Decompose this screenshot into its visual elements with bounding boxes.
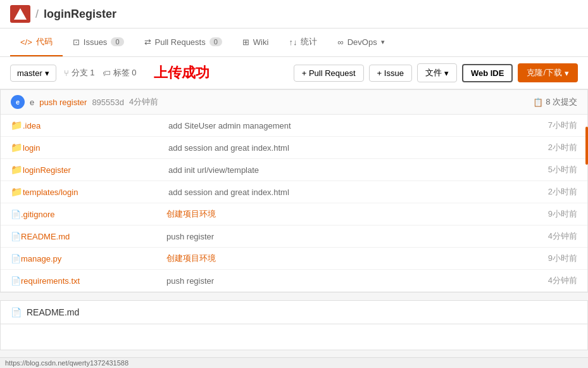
tab-pull-requests[interactable]: ⇄ Pull Requests 0 [134,29,232,56]
commit-author: e [30,98,34,107]
pull-request-button[interactable]: + Pull Request [294,65,364,82]
readme-section: 📄 README.md [0,300,588,350]
chevron-down-icon: ▾ [565,68,569,78]
file-time: 7小时前 [527,120,577,131]
tab-code[interactable]: </> 代码 [10,29,63,56]
branch-count: ⑂ 分支 1 [64,67,95,79]
file-commit-msg: push register [147,276,527,286]
folder-icon: 📁 [11,186,23,198]
file-commit-msg: 创建项目环境 [147,208,527,220]
repo-nav: </> 代码 ⊡ Issues 0 ⇄ Pull Requests 0 ⊞ Wi… [0,29,588,57]
file-name-link[interactable]: requirements.txt [21,276,147,286]
folder-icon: 📁 [11,164,23,175]
file-time: 4分钟前 [527,231,577,242]
file-name-link[interactable]: README.md [21,232,147,241]
pr-icon: ⇄ [144,37,151,47]
file-commit-msg: add init url/view/template [149,165,527,175]
file-commit-msg: add session and great index.html [149,187,527,197]
tab-issues[interactable]: ⊡ Issues 0 [63,29,134,56]
repo-name[interactable]: loginRegister [44,8,116,21]
avatar: e [11,95,25,109]
file-time: 9小时前 [527,208,577,220]
chevron-down-icon: ▾ [45,68,49,78]
file-name-link[interactable]: login [23,143,149,153]
table-row: 📁 login add session and great index.html… [1,137,587,159]
chevron-down-icon: ▾ [444,68,449,78]
commit-time: 4分钟前 [129,96,158,108]
toolbar: master ▾ ⑂ 分支 1 🏷 标签 0 上传成功 + Pull Reque… [0,57,588,89]
commit-icon: 📋 [533,98,543,107]
file-name-link[interactable]: .idea [23,121,149,130]
file-button[interactable]: 文件 ▾ [417,63,457,82]
header-separator: / [35,8,39,21]
file-icon: 📄 [11,254,21,263]
commit-hash[interactable]: 895553d [92,98,124,107]
file-icon: 📄 [11,210,21,219]
file-name-link[interactable]: templates/login [23,187,149,197]
folder-icon: 📁 [11,142,23,153]
file-name-link[interactable]: .gitignore [21,210,147,219]
commit-info-row: e e push register 895553d 4分钟前 📋 8 次提交 [1,90,587,115]
file-icon: 📄 [11,276,21,286]
stats-icon: ↑↓ [289,37,297,47]
file-commit-msg: push register [147,232,527,241]
file-commit-msg: add SiteUser admin management [149,121,527,130]
readme-file-icon: 📄 [11,307,22,317]
commit-message[interactable]: push register [39,98,87,107]
tab-wiki[interactable]: ⊞ Wiki [232,29,279,56]
tab-stats[interactable]: ↑↓ 统计 [278,29,327,56]
file-name-link[interactable]: loginRegister [23,165,149,175]
web-ide-button[interactable]: Web IDE [462,64,513,82]
commit-count[interactable]: 📋 8 次提交 [533,96,577,108]
table-row: 📄 requirements.txt push register 4分钟前 [1,270,587,292]
issue-button[interactable]: + Issue [369,65,412,82]
table-row: 📄 manage.py 创建项目环境 9小时前 [1,248,587,270]
readme-header: 📄 README.md [1,301,587,324]
clone-download-button[interactable]: 克隆/下载 ▾ [518,63,578,82]
code-icon: </> [20,37,32,47]
upload-success-message: 上传成功 [154,63,210,82]
branch-icon: ⑂ [64,68,69,78]
file-name-link[interactable]: manage.py [21,254,147,263]
table-row: 📁 .idea add SiteUser admin management 7小… [1,115,587,137]
branch-info: ⑂ 分支 1 🏷 标签 0 [64,67,137,79]
file-icon: 📄 [11,232,21,241]
table-row: 📁 loginRegister add init url/view/templa… [1,159,587,181]
devops-icon: ∞ [337,37,343,47]
file-commit-msg: 创建项目环境 [147,253,527,264]
file-time: 4分钟前 [527,275,577,286]
readme-content [1,324,587,350]
file-list-container: e e push register 895553d 4分钟前 📋 8 次提交 📁… [0,89,588,293]
file-time: 2小时前 [527,142,577,153]
chevron-down-icon: ▾ [381,38,385,46]
file-commit-msg: add session and great index.html [149,143,527,153]
site-logo [10,5,30,23]
wiki-icon: ⊞ [242,37,249,47]
folder-icon: 📁 [11,120,23,131]
tag-count: 🏷 标签 0 [103,67,137,79]
file-time: 2小时前 [527,186,577,198]
branch-selector[interactable]: master ▾ [10,65,56,82]
file-time: 9小时前 [527,253,577,264]
table-row: 📁 templates/login add session and great … [1,181,587,203]
table-row: 📄 .gitignore 创建项目环境 9小时前 [1,203,587,225]
tag-icon: 🏷 [103,68,111,78]
scroll-indicator [585,127,588,165]
table-row: 📄 README.md push register 4分钟前 [1,225,587,248]
issues-icon: ⊡ [73,37,80,47]
file-time: 5小时前 [527,164,577,175]
tab-devops[interactable]: ∞ DevOps ▾ [327,29,394,56]
